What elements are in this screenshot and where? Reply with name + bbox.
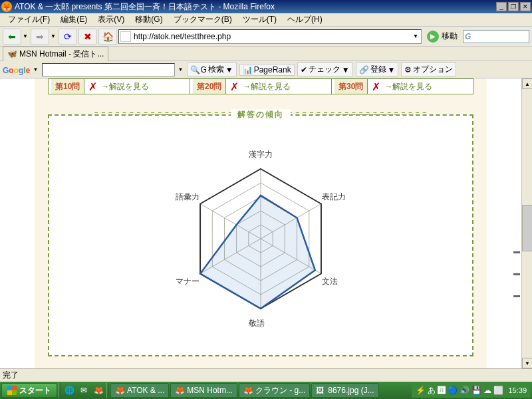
- google-search-dropdown[interactable]: ▼: [178, 66, 184, 72]
- menu-tools[interactable]: ツール(T): [237, 13, 282, 27]
- go-label: 移動: [442, 31, 458, 42]
- minimize-button[interactable]: _: [496, 2, 507, 11]
- back-dropdown[interactable]: ▼: [23, 33, 29, 39]
- maximize-button[interactable]: ❐: [508, 2, 519, 11]
- nav-toolbar: ⬅▼ ➡▼ ⟳ ✖ 🏠 ▼ ▶ 移動 G: [0, 27, 532, 47]
- go-button[interactable]: ▶ 移動: [423, 31, 462, 43]
- reload-button[interactable]: ⟳: [59, 29, 77, 45]
- google-search-button[interactable]: 🔍G 検索 ▼: [187, 63, 236, 76]
- pagerank-button[interactable]: 📊 PageRank: [239, 64, 295, 76]
- menu-bar: ファイル(F) 編集(E) 表示(V) 移動(G) ブックマーク(B) ツール(…: [0, 13, 532, 27]
- window-title: ATOK & 一太郎 presents 第二回全国一斉！日本語テスト - Moz…: [15, 1, 495, 13]
- go-icon: ▶: [427, 31, 439, 43]
- google-menu-dropdown[interactable]: ▼: [33, 66, 39, 72]
- forward-dropdown[interactable]: ▼: [51, 33, 57, 39]
- menu-go[interactable]: 移動(G): [130, 13, 168, 27]
- search-box[interactable]: G: [463, 30, 529, 43]
- close-button[interactable]: ✕: [520, 2, 531, 11]
- google-toolbar: Google ▼ ▼ 🔍G 検索 ▼ 📊 PageRank ✔ チェック ▼ 🔗…: [0, 61, 532, 78]
- menu-bookmarks[interactable]: ブックマーク(B): [168, 13, 237, 27]
- tab-bar: 🦋 MSN Hotmail - 受信ト...: [0, 47, 532, 61]
- butterfly-icon: 🦋: [7, 49, 17, 59]
- google-logo: Google: [3, 65, 30, 75]
- browser-tab[interactable]: 🦋 MSN Hotmail - 受信ト...: [3, 47, 108, 61]
- back-button[interactable]: ⬅: [3, 29, 21, 45]
- register-button[interactable]: 🔗 登録 ▼: [356, 63, 399, 76]
- firefox-icon: 🦊: [1, 1, 12, 12]
- window-titlebar: 🦊 ATOK & 一太郎 presents 第二回全国一斉！日本語テスト - M…: [0, 0, 532, 13]
- google-search-input[interactable]: [42, 63, 175, 76]
- menu-edit[interactable]: 編集(E): [55, 13, 92, 27]
- home-button[interactable]: 🏠: [98, 29, 117, 45]
- url-input[interactable]: [134, 32, 413, 41]
- menu-view[interactable]: 表示(V): [92, 13, 130, 27]
- url-bar[interactable]: ▼: [118, 29, 422, 44]
- menu-help[interactable]: ヘルプ(H): [282, 13, 328, 27]
- url-dropdown[interactable]: ▼: [413, 33, 420, 39]
- options-button[interactable]: ⚙ オプション: [401, 63, 456, 76]
- page-icon: [120, 31, 131, 42]
- spellcheck-button[interactable]: ✔ チェック ▼: [297, 63, 353, 76]
- search-engine-icon: G: [465, 32, 471, 41]
- menu-file[interactable]: ファイル(F): [3, 13, 55, 27]
- forward-button[interactable]: ➡: [31, 29, 49, 45]
- stop-button[interactable]: ✖: [78, 29, 97, 45]
- tab-label: MSN Hotmail - 受信ト...: [19, 49, 104, 60]
